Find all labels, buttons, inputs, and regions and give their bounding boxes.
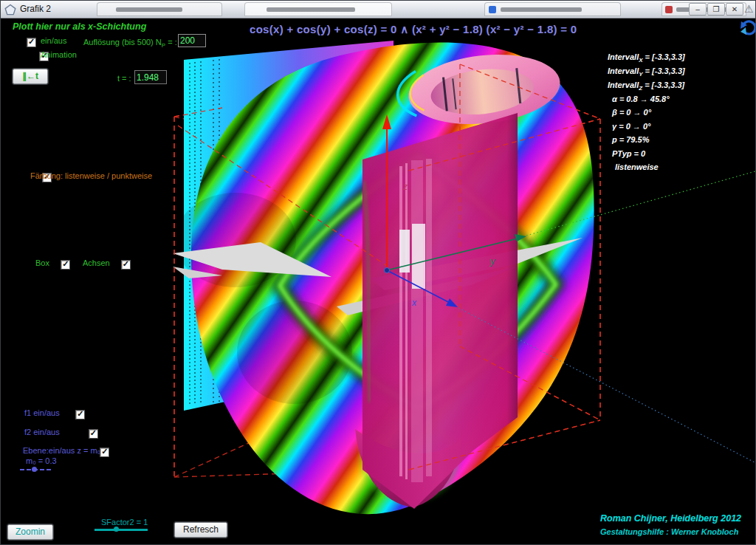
- achsen-checkbox[interactable]: [121, 260, 131, 270]
- faerbung-label: Färbung: listenweise / punktweise: [30, 171, 152, 180]
- ebene-checkbox[interactable]: [100, 448, 109, 457]
- f2-checkbox[interactable]: [89, 429, 98, 439]
- plot-mode-heading: Plott hier nur als x-Schichtung: [13, 21, 146, 32]
- t-label: t = :: [117, 74, 131, 83]
- box-label: Box: [35, 258, 49, 267]
- param-ptyp: PTyp = 0: [612, 149, 645, 158]
- box-checkbox[interactable]: [61, 260, 70, 270]
- f1-label: f1 ein/aus: [24, 408, 60, 417]
- f2-label: f2 ein/aus: [24, 428, 60, 436]
- t-transfer-button[interactable]: ∥←t: [13, 69, 48, 84]
- resolution-input[interactable]: [178, 34, 206, 47]
- plot-canvas[interactable]: z y x Plott hier nur als x-Schichtung ei…: [1, 18, 756, 545]
- intervall-y: IntervallY = [-3.3,3.3]: [608, 66, 685, 78]
- achsen-label: Achsen: [83, 258, 110, 267]
- x-axis-label: x: [411, 298, 417, 308]
- formula: cos(x) + cos(y) + cos(z) = 0 ∧ (x² + y² …: [250, 23, 577, 36]
- credit-author: Roman Chijner, Heidelberg 2012: [600, 513, 741, 524]
- background-tab: [97, 2, 222, 16]
- background-tab: [244, 2, 392, 16]
- f1-checkbox[interactable]: [75, 410, 85, 419]
- background-tab: [484, 2, 621, 16]
- ein-aus-label: ein/aus: [41, 36, 66, 45]
- maximize-button[interactable]: ❐: [707, 3, 725, 16]
- close-button[interactable]: ✕: [726, 3, 743, 16]
- window-title: Grafik 2: [20, 4, 51, 14]
- minimize-button[interactable]: –: [689, 3, 707, 16]
- warning-icon: ⚠: [744, 3, 754, 15]
- ebene-label: Ebene:ein/aus z = m₀: [23, 446, 100, 455]
- zoomin-button[interactable]: Zoomin: [7, 524, 53, 540]
- ein-aus-checkbox[interactable]: [27, 38, 36, 47]
- param-beta: β = 0 → 0°: [612, 108, 651, 117]
- titlebar[interactable]: Grafik 2 – ❐ ✕ ⚠: [1, 1, 756, 18]
- y-axis-label: y: [489, 256, 495, 267]
- m0-slider[interactable]: [20, 469, 51, 470]
- sfactor-slider[interactable]: [94, 529, 148, 531]
- sfactor-label: SFactor2 = 1: [101, 518, 148, 527]
- resolution-label: Auflösung (bis 500) NP = :: [83, 38, 177, 49]
- param-p: p = 79.5%: [612, 135, 649, 144]
- app-pentagon-icon: [4, 4, 16, 16]
- animation-label: Animation: [41, 50, 77, 59]
- t-input[interactable]: [134, 70, 167, 84]
- credit-design: Gestaltungshilfe : Werner Knobloch: [600, 527, 738, 536]
- sfactor-slider-handle[interactable]: [114, 527, 119, 532]
- z-axis-label: z: [402, 182, 408, 192]
- intervall-x: IntervallX = [-3.3,3.3]: [608, 52, 685, 64]
- param-alpha: α = 0.8 → 45.8°: [612, 95, 670, 103]
- app-window: Grafik 2 – ❐ ✕ ⚠: [0, 0, 756, 545]
- intervall-z: IntervallZ = [-3.3,3.3]: [608, 80, 684, 92]
- origin-point[interactable]: [385, 268, 390, 273]
- m0-label: m₀ = 0.3: [26, 456, 57, 465]
- refresh-button[interactable]: Refresch: [174, 522, 227, 538]
- m0-slider-handle[interactable]: [32, 467, 37, 472]
- param-gamma: γ = 0 → 0°: [612, 122, 650, 131]
- param-mode: listenweise: [615, 162, 659, 171]
